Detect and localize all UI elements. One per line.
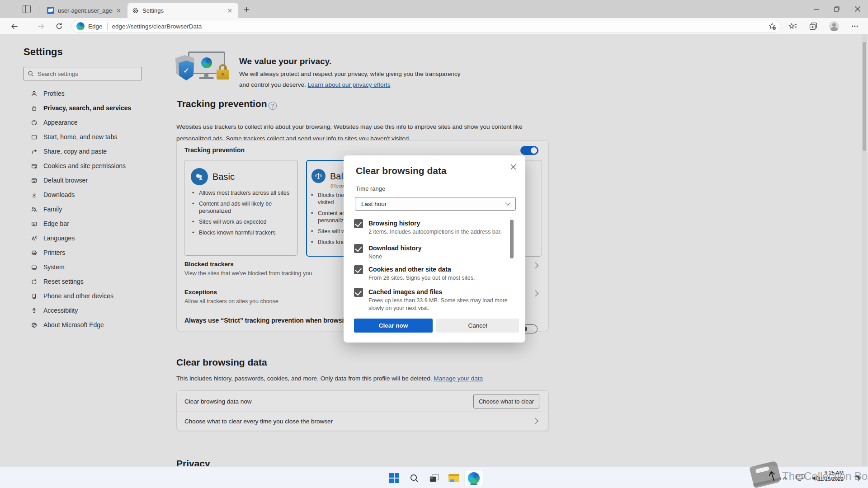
close-tab-icon[interactable] (116, 6, 121, 14)
sidebar-item-label: Edge bar (43, 220, 69, 227)
page-title: Settings (24, 46, 63, 58)
chevron-down-icon (505, 200, 510, 205)
sidebar-item-label: Printers (43, 249, 65, 256)
edge-bar-icon (31, 221, 38, 227)
sidebar-item-label: Privacy, search, and services (43, 104, 131, 112)
profile-avatar[interactable] (828, 20, 840, 32)
collection-book-favicon (47, 7, 54, 14)
help-glyph: ? (271, 103, 274, 108)
restore-button[interactable] (826, 0, 847, 18)
file-explorer-icon[interactable] (445, 470, 463, 486)
dialog-title: Clear browsing data (356, 165, 447, 176)
start-button[interactable] (385, 470, 403, 486)
time-range-select[interactable]: Last hour (355, 197, 516, 211)
workspaces-icon[interactable] (23, 5, 31, 13)
checkbox-checked-icon[interactable] (354, 288, 363, 297)
checkbox-download-history[interactable]: Download history None (354, 244, 508, 261)
dialog-close-icon[interactable] (507, 161, 519, 173)
checkbox-browsing-history[interactable]: Browsing history 2 items. Includes autoc… (354, 219, 508, 236)
checkbox-cookies[interactable]: Cookies and other site data From 26 site… (354, 265, 508, 282)
printer-icon (31, 249, 38, 256)
checkbox-label: Cached images and files (368, 287, 508, 297)
edge-browser-window: user-agent.user_agent - The Coll Setting… (0, 0, 868, 488)
add-favorite-icon[interactable] (768, 22, 776, 30)
privacy-efforts-link[interactable]: Learn about our privacy efforts (308, 81, 391, 88)
sidebar-item-cookies[interactable]: Cookies and site permissions (18, 159, 145, 173)
clear-on-close-row[interactable]: Choose what to clear every time you clos… (184, 418, 333, 425)
cancel-button[interactable]: Cancel (436, 319, 519, 333)
favorites-icon[interactable] (787, 20, 798, 32)
chevron-right-icon[interactable] (533, 291, 538, 296)
checkbox-checked-icon[interactable] (354, 219, 363, 228)
close-window-button[interactable] (847, 0, 868, 18)
edge-logo-icon (76, 22, 85, 30)
refresh-icon[interactable] (53, 20, 65, 32)
checkbox-checked-icon[interactable] (354, 244, 363, 253)
tracking-prevention-heading: Tracking prevention (177, 99, 267, 109)
sidebar-item-profiles[interactable]: Profiles (18, 86, 145, 101)
choose-what-to-clear-button[interactable]: Choose what to clear (473, 394, 539, 408)
clear-browsing-heading: Clear browsing data (176, 357, 267, 368)
collections-icon[interactable] (807, 20, 819, 32)
taskbar-search-icon[interactable] (405, 470, 423, 486)
tab-settings[interactable]: Settings (127, 3, 238, 18)
sidebar-item-privacy[interactable]: Privacy, search, and services (18, 101, 145, 115)
origin-chip: Edge (88, 23, 103, 30)
forward-icon[interactable] (35, 20, 47, 32)
sidebar-item-edge-bar[interactable]: Edge bar (18, 216, 145, 231)
exceptions-row[interactable]: Exceptions (184, 289, 217, 296)
sidebar-item-languages[interactable]: Languages (18, 231, 145, 245)
sidebar-item-share[interactable]: Share, copy and paste (18, 144, 145, 159)
chevron-right-icon[interactable] (533, 418, 538, 424)
sidebar-item-downloads[interactable]: Downloads (18, 188, 145, 202)
tracking-prevention-toggle[interactable] (520, 146, 538, 155)
search-settings-input[interactable]: Search settings (24, 67, 142, 80)
person-icon (31, 90, 38, 97)
url-text[interactable]: edge://settings/clearBrowserData (112, 23, 768, 30)
chevron-right-icon[interactable] (533, 263, 538, 268)
address-bar[interactable]: Edge edge://settings/clearBrowserData (71, 20, 781, 33)
close-tab-icon[interactable] (226, 6, 234, 14)
sidebar-item-about[interactable]: About Microsoft Edge (18, 318, 145, 332)
languages-icon (31, 235, 38, 242)
sidebar-item-appearance[interactable]: Appearance (18, 115, 145, 130)
manage-data-link[interactable]: Manage your data (434, 375, 483, 382)
sidebar-item-system[interactable]: System (18, 260, 145, 274)
help-icon[interactable]: ? (269, 102, 277, 110)
new-tab-button[interactable] (241, 5, 251, 14)
edge-logo-icon (468, 472, 480, 484)
checkbox-label: Cookies and other site data (368, 265, 508, 274)
bullet: Allows most trackers across all sites (191, 189, 293, 197)
task-view-icon[interactable] (425, 470, 443, 486)
sidebar-item-label: Start, home, and new tabs (43, 133, 117, 141)
dialog-scrollbar-thumb[interactable] (510, 220, 514, 258)
balanced-scales-icon (311, 169, 326, 183)
settings-menu-icon[interactable] (849, 20, 861, 32)
checkbox-desc: From 26 sites. Signs you out of most sit… (368, 274, 508, 282)
sidebar-item-accessibility[interactable]: Accessibility (18, 303, 145, 318)
sidebar-item-family[interactable]: Family (18, 202, 145, 216)
sidebar-item-printers[interactable]: Printers (18, 245, 145, 260)
family-icon (31, 206, 38, 213)
sidebar-item-default-browser[interactable]: Default browser (18, 173, 145, 188)
checkbox-checked-icon[interactable] (354, 265, 363, 274)
sidebar-item-phone[interactable]: Phone and other devices (18, 289, 145, 303)
sidebar-item-reset[interactable]: Reset settings (18, 274, 145, 289)
download-icon (31, 192, 38, 198)
card-basic[interactable]: Basic Allows most trackers across all si… (184, 160, 298, 256)
blocked-trackers-row[interactable]: Blocked trackers (184, 261, 234, 267)
clear-desc-text: This includes history, passwords, cookie… (176, 375, 434, 382)
edge-taskbar-icon[interactable] (465, 470, 483, 486)
checkbox-cached-images[interactable]: Cached images and files Frees up less th… (354, 287, 508, 312)
tab-user-agent[interactable]: user-agent.user_agent - The Coll (42, 3, 126, 18)
sidebar-item-label: Accessibility (43, 307, 78, 314)
sidebar-item-start-home[interactable]: Start, home, and new tabs (18, 130, 145, 144)
clear-now-button[interactable]: Clear now (354, 319, 433, 333)
laptop-icon (31, 264, 38, 271)
tab-bar: user-agent.user_agent - The Coll Setting… (0, 0, 868, 18)
minimize-button[interactable] (806, 0, 826, 18)
scrollbar-thumb[interactable] (863, 42, 866, 151)
sidebar-item-label: Languages (43, 235, 75, 242)
page-scrollbar[interactable] (862, 34, 867, 466)
back-icon[interactable] (8, 20, 20, 32)
